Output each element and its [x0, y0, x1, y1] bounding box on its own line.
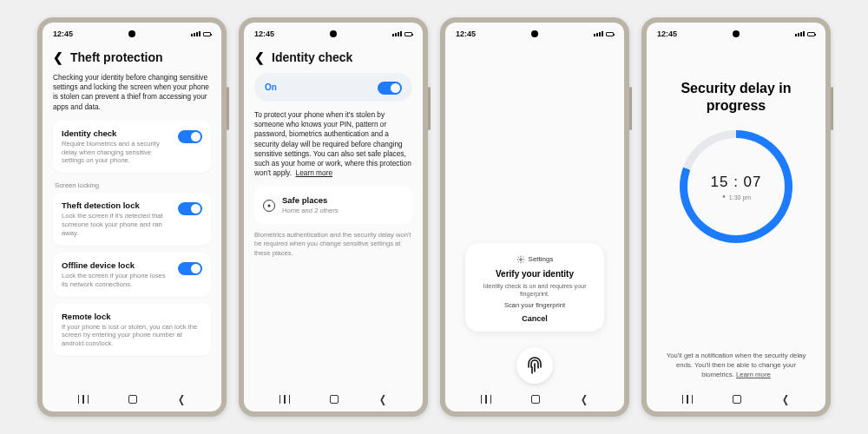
status-icons [795, 31, 815, 36]
battery-icon [203, 32, 211, 36]
offline-lock-row[interactable]: Offline device lock Lock the screen if y… [53, 253, 211, 297]
nav-back-icon[interactable]: ❮ [782, 393, 789, 405]
phone-frame-3: 12:45 Settings Verify your identity Iden… [440, 17, 629, 417]
svg-point-0 [519, 258, 522, 260]
nav-home-icon[interactable] [330, 395, 339, 404]
status-icons [191, 31, 211, 36]
nav-recent-icon[interactable] [279, 395, 290, 404]
battery-icon [807, 32, 815, 36]
fingerprint-sensor[interactable] [516, 347, 553, 384]
nav-bar: ❮ [445, 387, 624, 411]
bell-icon [721, 194, 727, 200]
nav-back-icon[interactable]: ❮ [379, 393, 386, 405]
phone-frame-2: 12:45 ❮ Identity check On To protect you… [239, 17, 428, 417]
status-icons [392, 31, 412, 36]
offline-lock-toggle[interactable] [178, 262, 202, 275]
fingerprint-icon [524, 355, 545, 376]
learn-more-link[interactable]: Learn more [736, 371, 771, 378]
theft-detection-toggle[interactable] [178, 202, 202, 215]
verify-title: Verify your identity [477, 269, 592, 279]
delay-title: Security delay in progress [661, 80, 812, 115]
safe-places-note: Biometrics authentication and the securi… [254, 231, 412, 258]
nav-recent-icon[interactable] [78, 395, 89, 404]
battery-icon [404, 32, 412, 36]
camera-cutout [531, 30, 538, 37]
verify-dialog: Settings Verify your identity Identity c… [465, 243, 604, 332]
clock: 12:45 [254, 30, 274, 38]
back-icon[interactable]: ❮ [254, 50, 265, 64]
identity-check-title: Identity check [62, 128, 173, 138]
remote-lock-row[interactable]: Remote lock If your phone is lost or sto… [53, 304, 211, 357]
clock: 12:45 [53, 30, 73, 38]
phone-frame-1: 12:45 ❮ Theft protection Checking your i… [37, 17, 227, 417]
master-toggle[interactable] [378, 82, 402, 95]
nav-bar: ❮ [647, 387, 825, 411]
location-pin-icon [263, 200, 275, 212]
section-label: Screen locking [53, 180, 211, 193]
theft-detection-row[interactable]: Theft detection lock Lock the screen if … [53, 193, 211, 246]
page-description: Checking your identity before changing s… [53, 73, 211, 112]
countdown-ring: 15 : 07 1:30 pm [680, 130, 792, 243]
nav-home-icon[interactable] [733, 395, 741, 404]
page-title: Theft protection [70, 50, 163, 64]
camera-cutout [733, 30, 740, 37]
learn-more-link[interactable]: Learn more [296, 168, 332, 177]
scan-prompt: Scan your fingerprint [477, 301, 592, 309]
signal-icon [594, 31, 603, 36]
cancel-button[interactable]: Cancel [477, 314, 592, 323]
camera-cutout [330, 30, 337, 37]
signal-icon [392, 31, 402, 36]
identity-desc: To protect your phone when it's stolen b… [254, 110, 412, 178]
signal-icon [795, 31, 805, 36]
gear-icon [516, 255, 525, 264]
verify-desc: Identity check is on and requires your f… [477, 282, 592, 299]
nav-recent-icon[interactable] [682, 395, 693, 404]
nav-back-icon[interactable]: ❮ [581, 393, 588, 405]
nav-bar: ❮ [43, 387, 221, 411]
nav-recent-icon[interactable] [481, 395, 491, 404]
identity-check-sub: Require biometrics and a security delay … [62, 140, 173, 166]
identity-check-toggle[interactable] [178, 130, 202, 143]
battery-icon [606, 32, 614, 36]
camera-cutout [128, 30, 135, 37]
safe-places-row[interactable]: Safe places Home and 2 others [254, 187, 412, 224]
signal-icon [191, 31, 201, 36]
nav-back-icon[interactable]: ❮ [178, 393, 185, 405]
phone-frame-4: 12:45 Security delay in progress 15 : 07… [641, 17, 831, 417]
page-title: Identity check [272, 50, 352, 64]
clock: 12:45 [657, 30, 677, 38]
countdown-value: 15 : 07 [711, 174, 762, 191]
identity-check-row[interactable]: Identity check Require biometrics and a … [53, 121, 211, 174]
nav-bar: ❮ [244, 387, 423, 411]
status-icons [594, 31, 614, 36]
clock: 12:45 [456, 30, 476, 38]
delay-note: You'll get a notification when the secur… [661, 352, 812, 380]
back-icon[interactable]: ❮ [53, 50, 63, 64]
master-toggle-row[interactable]: On [254, 73, 412, 102]
settings-app-label: Settings [529, 255, 554, 263]
nav-home-icon[interactable] [531, 395, 540, 404]
end-time: 1:30 pm [729, 194, 751, 201]
nav-home-icon[interactable] [128, 395, 137, 404]
on-label: On [265, 82, 277, 92]
